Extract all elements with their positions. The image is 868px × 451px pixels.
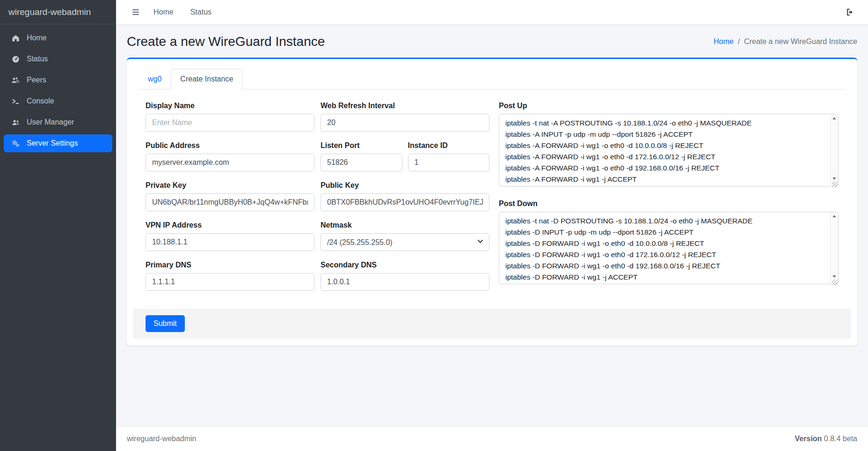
sidebar-item-label: Server Settings [27,139,78,148]
scroll-down-arrow-icon[interactable] [832,177,836,180]
sidebar-item-label: Peers [27,76,46,84]
hamburger-icon [131,7,140,17]
sidebar-nav: Home Status Peers Console [0,24,116,157]
gears-icon [10,139,21,148]
page-header: Create a new WireGuard Instance Home / C… [116,25,868,58]
sidebar-item-peers[interactable]: Peers [4,71,112,89]
gauge-icon [10,54,21,64]
instance-id-input[interactable] [408,154,490,171]
topnav-link-home[interactable]: Home [145,4,182,20]
sidebar-toggle-button[interactable] [126,5,145,20]
breadcrumb: Home / Create a new WireGuard Instance [714,37,857,46]
sidebar: wireguard-webadmin Home Status Peers [0,0,116,451]
post-up-label: Post Up [499,102,839,110]
footer-brand: wireguard-webadmin [127,435,197,443]
tab-create-instance[interactable]: Create Instance [171,69,242,89]
display-name-input[interactable] [146,114,314,132]
instance-card: wg0 Create Instance Display Name [127,58,857,346]
users-gear-icon [10,75,21,85]
netmask-select[interactable]: /24 (255.255.255.0) [321,233,489,251]
breadcrumb-separator: / [738,37,740,46]
form-footer: Submit [133,309,851,339]
sidebar-item-label: Home [27,34,47,42]
sidebar-item-user-manager[interactable]: User Manager [4,113,112,131]
home-icon [10,33,21,43]
sign-out-icon [846,7,855,17]
sidebar-item-server-settings[interactable]: Server Settings [4,134,112,152]
post-down-scrollbar[interactable] [830,212,838,286]
public-key-input[interactable] [321,193,489,211]
post-down-textarea[interactable]: iptables -t nat -D POSTROUTING -s 10.188… [499,212,839,284]
vpn-ip-address-label: VPN IP Address [146,221,314,229]
sidebar-item-label: Console [27,97,54,105]
public-address-input[interactable] [146,154,314,171]
create-instance-panel: Display Name Web Refresh Interval Public [139,89,846,339]
secondary-dns-input[interactable] [321,273,489,291]
main-area: Home Status Create a new WireGuard Insta… [116,0,868,451]
resize-grip[interactable] [832,182,838,187]
sidebar-item-label: Status [27,55,48,63]
post-up-scrollbar[interactable] [830,114,838,188]
tab-wg0[interactable]: wg0 [139,69,171,89]
web-refresh-interval-input[interactable] [321,114,489,132]
post-up-textarea[interactable]: iptables -t nat -A POSTROUTING -s 10.188… [499,114,839,186]
scroll-up-arrow-icon[interactable] [832,215,836,217]
listen-port-input[interactable] [321,154,402,171]
page-footer: wireguard-webadmin Version 0.8.4 beta [116,426,868,451]
logout-button[interactable] [844,6,857,19]
version-label: Version [795,435,822,443]
page-title: Create a new WireGuard Instance [127,34,325,49]
top-navbar: Home Status [116,0,868,25]
scroll-up-arrow-icon[interactable] [832,117,836,119]
version-text: Version 0.8.4 beta [795,435,857,443]
primary-dns-label: Primary DNS [146,261,314,269]
breadcrumb-home-link[interactable]: Home [714,37,734,46]
topnav-link-status[interactable]: Status [182,4,220,20]
users-icon [10,118,21,127]
sidebar-item-label: User Manager [27,118,74,126]
secondary-dns-label: Secondary DNS [321,261,489,269]
listen-port-label: Listen Port [321,141,402,150]
instance-tabs: wg0 Create Instance [139,69,846,89]
app-root: wireguard-webadmin Home Status Peers [0,0,868,451]
breadcrumb-current: Create a new WireGuard Instance [744,37,857,46]
private-key-input[interactable] [146,193,314,211]
sidebar-item-status[interactable]: Status [4,50,112,68]
terminal-icon [10,96,21,106]
public-key-label: Public Key [321,181,489,190]
resize-grip[interactable] [832,280,838,285]
display-name-label: Display Name [146,102,314,110]
brand-link[interactable]: wireguard-webadmin [0,0,116,24]
sidebar-item-home[interactable]: Home [4,29,112,47]
instance-id-label: Instance ID [408,141,490,150]
post-down-label: Post Down [499,200,839,208]
private-key-label: Private Key [146,181,314,190]
public-address-label: Public Address [146,141,314,150]
content: wg0 Create Instance Display Name [116,58,868,426]
scroll-down-arrow-icon[interactable] [832,275,836,278]
version-value: 0.8.4 beta [824,435,857,443]
vpn-ip-address-input[interactable] [146,233,314,251]
primary-dns-input[interactable] [146,273,314,291]
web-refresh-interval-label: Web Refresh Interval [321,102,489,110]
sidebar-item-console[interactable]: Console [4,92,112,110]
submit-button[interactable]: Submit [146,315,185,332]
netmask-label: Netmask [321,221,489,229]
